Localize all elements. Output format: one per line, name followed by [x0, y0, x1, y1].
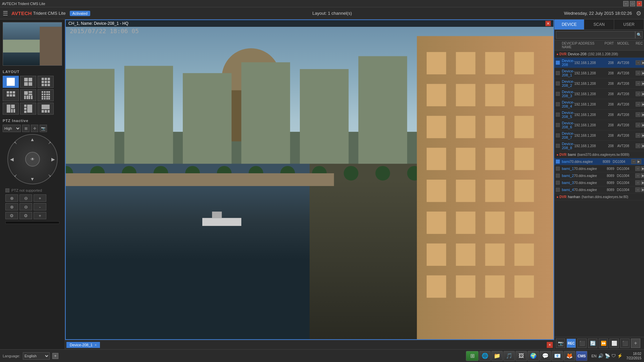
device-play-btn[interactable]: ▶	[641, 102, 644, 107]
forward-button[interactable]: ⏩	[599, 339, 608, 348]
iris-out-button[interactable]: ⚙	[19, 212, 32, 219]
device-play-btn[interactable]: ▶	[641, 166, 644, 171]
mail-button[interactable]: 📧	[552, 351, 563, 361]
video-tab-close[interactable]: ×	[95, 343, 97, 347]
device-play-btn[interactable]: ▶	[641, 133, 644, 138]
video-tab[interactable]: Device-208_1 ×	[66, 342, 100, 348]
ptz-joystick[interactable]: ▲ ▼ ◀ ▶ ↖ ↗ ↙ ↘ 👁	[7, 134, 58, 184]
device-row[interactable]: bami_4 70.ddns.eaglee 8089 DG1004 → ▶	[554, 186, 644, 193]
record-button[interactable]: REC	[567, 339, 576, 348]
add-device-button[interactable]: +	[631, 339, 640, 348]
layout-button[interactable]: ⬛	[620, 339, 630, 348]
ptz-right-arrow[interactable]: ▶	[51, 157, 55, 162]
language-add-button[interactable]: +	[52, 353, 58, 359]
minimize-button[interactable]: −	[623, 1, 629, 6]
device-play-btn[interactable]: ▶	[641, 143, 644, 148]
device-play-btn[interactable]: ▶	[637, 159, 641, 164]
search-button[interactable]: 🔍	[635, 31, 643, 39]
ptz-upright-arrow[interactable]: ↗	[48, 141, 51, 145]
iris-extra-button[interactable]: +	[34, 212, 46, 219]
device-play-btn[interactable]: ▶	[641, 180, 644, 185]
ie-button[interactable]: 🌐	[479, 351, 491, 361]
device-checkbox[interactable]	[556, 181, 560, 185]
ptz-upleft-arrow[interactable]: ↖	[14, 141, 17, 145]
device-row[interactable]: bami_2 70.ddns.eaglee 8089 DG1004 → ▶	[554, 172, 644, 179]
ptz-speed-select[interactable]: High Medium Low	[3, 125, 21, 132]
close-button[interactable]: ×	[637, 1, 642, 6]
device-play-btn[interactable]: ▶	[641, 187, 644, 192]
device-row[interactable]: Device-208_5 192.168.1.208 208 AVT208 → …	[554, 110, 644, 120]
device-play-btn[interactable]: ▶	[641, 123, 644, 127]
focus-in-button[interactable]: ⊕	[5, 203, 18, 210]
zoom-extra-button[interactable]: +	[34, 194, 46, 202]
ptz-size-icon[interactable]: ⊞	[22, 125, 30, 132]
device-play-btn[interactable]: ▶	[641, 92, 644, 96]
firefox-button[interactable]: 🦊	[564, 351, 575, 361]
snapshot-button[interactable]: 📷	[556, 339, 565, 348]
device-connect-btn[interactable]: →	[635, 173, 640, 178]
ptz-left-arrow[interactable]: ◀	[10, 157, 14, 162]
layout-4channel[interactable]	[20, 76, 36, 88]
start-button[interactable]: ⊞	[466, 351, 479, 361]
device-checkbox[interactable]	[556, 102, 560, 106]
tray-icon-4[interactable]: ⚡	[617, 353, 623, 358]
dvr-group-header[interactable]: ● DVR Device-208 (192.168.1.208:208)	[554, 51, 644, 58]
device-row[interactable]: Device-208_3 192.168.1.208 208 AVT208 → …	[554, 89, 644, 99]
media-button[interactable]: 🎵	[503, 351, 515, 361]
zoom-out-button[interactable]: ⊖	[19, 194, 32, 202]
device-checkbox[interactable]	[556, 61, 560, 65]
device-play-btn[interactable]: ▶	[641, 173, 644, 178]
ptz-downright-arrow[interactable]: ↘	[48, 173, 51, 178]
device-checkbox[interactable]	[556, 92, 560, 96]
device-connect-btn[interactable]: →	[636, 81, 640, 86]
ptz-down-arrow[interactable]: ▼	[30, 176, 35, 182]
device-connect-btn[interactable]: →	[635, 180, 640, 185]
device-play-btn[interactable]: ▶	[641, 71, 644, 75]
device-connect-btn[interactable]: →	[636, 102, 640, 107]
focus-extra-button[interactable]: -	[34, 203, 46, 210]
device-play-btn[interactable]: ▶	[641, 81, 644, 86]
device-connect-btn[interactable]: →	[636, 133, 640, 138]
dvr-group-header[interactable]: ● DVR hanhan (hanhan.ddns.eagleeyes.tw:8…	[554, 193, 644, 200]
ptz-up-arrow[interactable]: ▲	[30, 137, 35, 142]
device-checkbox[interactable]	[556, 167, 560, 171]
device-connect-btn[interactable]: →	[636, 60, 640, 65]
device-play-btn[interactable]: ▶	[641, 60, 644, 65]
device-row[interactable]: Device-208_8 192.168.1.208 208 AVT208 → …	[554, 141, 644, 151]
chat-button[interactable]: 💬	[540, 351, 551, 361]
maximize-button[interactable]: □	[630, 1, 635, 6]
device-checkbox[interactable]	[556, 188, 560, 192]
device-row[interactable]: Device-208_6 192.168.1.208 208 AVT208 → …	[554, 120, 644, 130]
device-connect-btn[interactable]: →	[636, 143, 640, 148]
device-row[interactable]: bami 70.ddns.eaglee 8089 DG1004 → ▶	[554, 158, 644, 165]
device-checkbox[interactable]	[556, 71, 560, 75]
layout-6channel[interactable]	[3, 89, 19, 101]
language-select[interactable]: English Chinese Japanese	[23, 352, 50, 360]
ptz-center-button[interactable]: 👁	[25, 152, 40, 167]
device-checkbox[interactable]	[556, 113, 560, 117]
tray-icon-1[interactable]: 🔊	[598, 353, 603, 358]
cms-button[interactable]: CMS	[576, 351, 587, 361]
search-input[interactable]	[556, 31, 635, 39]
layout-8channel[interactable]	[20, 89, 36, 101]
device-connect-btn[interactable]: →	[636, 92, 640, 96]
device-checkbox[interactable]	[556, 81, 560, 85]
layout-9channel[interactable]	[38, 76, 54, 88]
folder-button[interactable]: 📁	[491, 351, 503, 361]
device-play-btn[interactable]: ▶	[641, 112, 644, 117]
focus-out-button[interactable]: ⊖	[19, 203, 32, 210]
device-checkbox[interactable]	[556, 123, 560, 127]
stop-button[interactable]: ⬛	[577, 339, 587, 348]
iris-in-button[interactable]: ⚙	[5, 212, 18, 219]
tab-user[interactable]: USER	[614, 19, 644, 29]
device-row[interactable]: Device-208_4 192.168.1.208 208 AVT208 → …	[554, 99, 644, 110]
settings-icon[interactable]: ⚙	[636, 10, 641, 17]
device-checkbox[interactable]	[556, 144, 560, 148]
device-connect-btn[interactable]: →	[636, 123, 640, 127]
device-row[interactable]: bami_3 70.ddns.eaglee 8089 DG1004 → ▶	[554, 179, 644, 186]
browser-button[interactable]: 🌍	[528, 351, 539, 361]
photo-button[interactable]: 🖼	[516, 351, 527, 361]
playback-button[interactable]: 🔄	[588, 339, 597, 348]
menu-icon[interactable]: ☰	[3, 10, 8, 17]
new-tab-close-button[interactable]: ×	[547, 342, 553, 348]
